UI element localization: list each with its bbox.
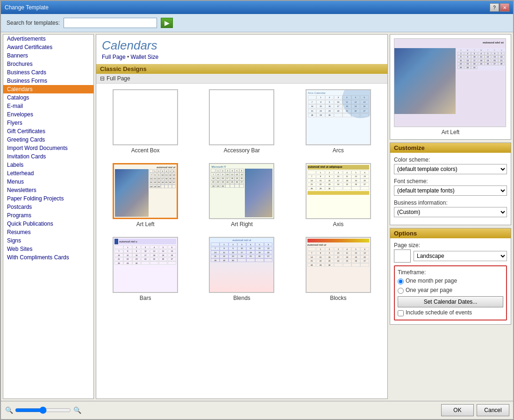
options-body: Page size: Landscape Timeframe: xyxy=(390,238,511,324)
template-item-accessory-bar[interactable]: Accessory Bar xyxy=(196,87,287,156)
sidebar-item-business-forms[interactable]: Business Forms xyxy=(3,77,93,85)
sidebar-item-invitation-cards[interactable]: Invitation Cards xyxy=(3,152,93,161)
template-label-accessory-bar: Accessory Bar xyxy=(224,147,260,154)
sidebar-item-resumes[interactable]: Resumes xyxy=(3,228,93,236)
timeframe-label: Timeframe: xyxy=(398,269,503,276)
sidebar-item-gift-certificates[interactable]: Gift Certificates xyxy=(3,127,93,135)
template-item-art-right[interactable]: Microsoft IT 123456789101112131415161718… xyxy=(196,161,287,229)
template-label-blocks: Blocks xyxy=(330,295,346,301)
subsection-label: Full Page xyxy=(107,75,130,82)
timeframe-box: Timeframe: One month per page One year p… xyxy=(394,265,507,320)
close-button[interactable]: ✕ xyxy=(500,3,509,12)
sidebar-item-quick-publications[interactable]: Quick Publications xyxy=(3,220,93,228)
color-scheme-label: Color scheme: xyxy=(394,157,507,163)
zoom-slider[interactable] xyxy=(15,407,71,413)
sidebar-item-brochures[interactable]: Brochures xyxy=(3,60,93,68)
preview-box: euismod nisl ut SMTWTFS 1234567 89101112… xyxy=(390,34,511,140)
sidebar: AdvertisementsAward CertificatesBannersB… xyxy=(3,34,94,399)
search-go-icon: ▶ xyxy=(164,19,170,27)
full-page-link[interactable]: Full Page xyxy=(102,54,126,60)
font-scheme-label: Font scheme: xyxy=(394,178,507,185)
sidebar-item-envelopes[interactable]: Envelopes xyxy=(3,110,93,119)
bottom-bar: 🔍 🔍 OK Cancel xyxy=(1,401,513,419)
preview-image: euismod nisl ut SMTWTFS 1234567 89101112… xyxy=(394,38,506,127)
sidebar-item-advertisements[interactable]: Advertisements xyxy=(3,35,93,43)
page-size-row: Page size: Landscape xyxy=(394,242,507,263)
customize-section: Customize Color scheme: (default templat… xyxy=(390,142,511,225)
sidebar-item-newsletters[interactable]: Newsletters xyxy=(3,186,93,194)
sidebar-item-greeting-cards[interactable]: Greeting Cards xyxy=(3,135,93,144)
sidebar-item-business-cards[interactable]: Business Cards xyxy=(3,68,93,77)
include-schedule-checkbox[interactable] xyxy=(398,310,404,316)
template-item-art-left[interactable]: euismod nisl ut 123456789101112131415161… xyxy=(100,161,191,229)
template-label-art-left: Art Left xyxy=(136,221,155,228)
sidebar-item-paper-folding[interactable]: Paper Folding Projects xyxy=(3,194,93,203)
sidebar-item-flyers[interactable]: Flyers xyxy=(3,119,93,127)
sidebar-item-programs[interactable]: Programs xyxy=(3,211,93,220)
template-item-axis[interactable]: euismod nisl ut adipisque 12345678910111… xyxy=(293,161,384,229)
ok-button[interactable]: OK xyxy=(441,404,474,416)
set-calendar-dates-button[interactable]: Set Calendar Dates... xyxy=(398,296,503,307)
sidebar-item-calendars[interactable]: Calendars xyxy=(3,85,93,93)
page-size-select[interactable]: Landscape xyxy=(414,251,507,261)
template-label-bars: Bars xyxy=(140,295,151,301)
template-label-accent-box: Accent Box xyxy=(131,147,160,154)
sidebar-item-labels[interactable]: Labels xyxy=(3,161,93,169)
template-item-arcs[interactable]: Arcs Calendar 12345678910111213141516171… xyxy=(293,87,384,156)
radio-one-year[interactable] xyxy=(398,288,404,294)
collapse-icon: ⊟ xyxy=(100,75,105,82)
font-scheme-row: Font scheme: (default template fonts) xyxy=(394,178,507,196)
options-title: Options xyxy=(390,228,511,238)
template-item-accent-box[interactable]: Accent Box xyxy=(100,87,191,156)
wallet-size-link[interactable]: Wallet Size xyxy=(131,54,159,60)
color-scheme-select[interactable]: (default template colors) xyxy=(394,164,507,174)
business-info-row: Business information: (Custom) xyxy=(394,199,507,217)
templates-grid: Accent BoxAccessory Bar Arcs Calendar 12… xyxy=(100,87,384,303)
full-page-subsection: ⊟ Full Page xyxy=(96,74,387,84)
title-bar: Change Template ? ✕ xyxy=(1,1,513,14)
template-label-art-right: Art Right xyxy=(231,221,253,228)
sidebar-item-menus[interactable]: Menus xyxy=(3,178,93,186)
options-section: Options Page size: Landscape xyxy=(390,228,511,325)
template-thumb-arcs: Arcs Calendar 12345678910111213141516171… xyxy=(306,89,371,145)
center-header: Calendars Full Page • Wallet Size xyxy=(96,35,387,62)
preview-label: Art Left xyxy=(394,129,507,135)
template-item-blends[interactable]: euismod nisl ut 123456789101112131415161… xyxy=(196,235,287,303)
sidebar-item-postcards[interactable]: Postcards xyxy=(3,203,93,211)
template-thumb-axis: euismod nisl ut adipisque 12345678910111… xyxy=(306,163,371,219)
customize-title: Customize xyxy=(390,143,511,153)
sidebar-item-letterhead[interactable]: Letterhead xyxy=(3,169,93,178)
zoom-in-button[interactable]: 🔍 xyxy=(73,406,81,414)
radio-one-month[interactable] xyxy=(398,278,404,285)
center-title: Calendars xyxy=(102,38,382,53)
customize-body: Color scheme: (default template colors) … xyxy=(390,153,511,225)
sidebar-item-with-compliments[interactable]: With Compliments Cards xyxy=(3,253,93,262)
sidebar-item-banners[interactable]: Banners xyxy=(3,51,93,60)
bottom-buttons: OK Cancel xyxy=(441,404,509,416)
sidebar-item-award-certificates[interactable]: Award Certificates xyxy=(3,43,93,51)
search-bar: Search for templates: ▶ xyxy=(1,14,513,32)
sidebar-item-import-word[interactable]: Import Word Documents xyxy=(3,144,93,152)
sidebar-item-signs[interactable]: Signs xyxy=(3,236,93,245)
right-panel: euismod nisl ut SMTWTFS 1234567 89101112… xyxy=(390,34,511,399)
font-scheme-select[interactable]: (default template fonts) xyxy=(394,185,507,196)
search-input[interactable] xyxy=(64,18,157,28)
radio-one-year-label: One year per page xyxy=(406,287,452,293)
template-item-bars[interactable]: euismod nisl u 1234567891011121314151617… xyxy=(100,235,191,303)
sidebar-item-email[interactable]: E-mail xyxy=(3,102,93,110)
center-panel: Calendars Full Page • Wallet Size Classi… xyxy=(96,34,388,399)
sidebar-item-catalogs[interactable]: Catalogs xyxy=(3,93,93,102)
zoom-controls: 🔍 🔍 xyxy=(5,406,81,414)
main-window: Change Template ? ✕ Search for templates… xyxy=(0,0,514,420)
template-label-blends: Blends xyxy=(233,295,250,301)
templates-scroll[interactable]: Accent BoxAccessory Bar Arcs Calendar 12… xyxy=(96,84,387,399)
business-info-select[interactable]: (Custom) xyxy=(394,207,507,217)
zoom-out-button[interactable]: 🔍 xyxy=(5,406,13,414)
template-item-blocks[interactable]: euismod nisl ut 123456789101112131415161… xyxy=(293,235,384,303)
cancel-button[interactable]: Cancel xyxy=(477,404,509,416)
title-bar-controls: ? ✕ xyxy=(490,3,509,12)
main-content: AdvertisementsAward CertificatesBannersB… xyxy=(1,32,513,401)
search-button[interactable]: ▶ xyxy=(161,18,173,28)
help-button[interactable]: ? xyxy=(490,3,499,12)
sidebar-item-web-sites[interactable]: Web Sites xyxy=(3,245,93,253)
